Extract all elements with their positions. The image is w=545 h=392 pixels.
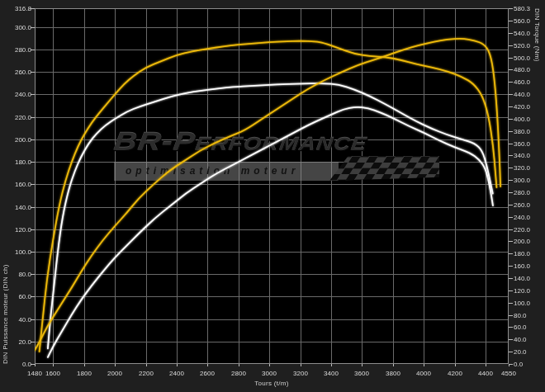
dyno-curves-canvas: [0, 0, 545, 392]
x-axis-title: Tours (t/m): [35, 380, 509, 387]
left-axis-title: DIN Puissance moteur (DIN ch): [2, 8, 9, 364]
right-axis-title: DIN Torque (Nm): [533, 8, 541, 364]
dyno-chart-panel: BR-Performance optimisation moteur 316.8…: [0, 0, 545, 392]
